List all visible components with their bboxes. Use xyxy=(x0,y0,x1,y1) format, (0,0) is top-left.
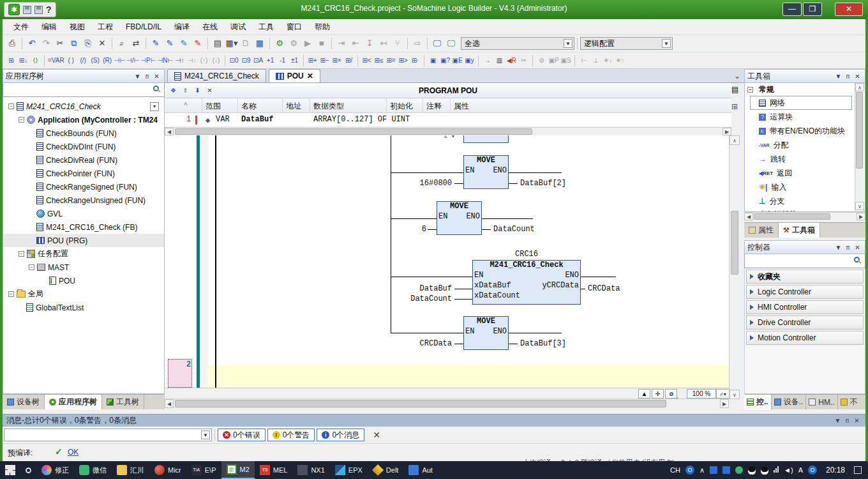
toolbox-item-return[interactable]: ◀RET 返回 xyxy=(745,166,865,180)
step-over-icon[interactable]: ⇥ xyxy=(335,37,348,50)
tray-app-icon[interactable] xyxy=(722,466,730,474)
rising-edge-contact-icon[interactable]: ⊣↑ xyxy=(174,54,185,67)
negate-icon[interactable]: ⊘ xyxy=(536,54,547,67)
input-assistant-icon[interactable]: ▤ xyxy=(211,37,224,50)
sub-block-icon[interactable]: ⊞− xyxy=(319,54,330,67)
tab-hmi[interactable]: HM.. xyxy=(806,395,837,409)
close-icon[interactable]: ✕ xyxy=(853,244,862,251)
build-icon[interactable]: ▦ xyxy=(253,37,266,50)
move2-output-operand[interactable]: DataCount xyxy=(493,225,535,234)
menu-help[interactable]: 帮助 xyxy=(309,20,336,34)
edge-coil2-icon[interactable]: (↓) xyxy=(211,54,221,67)
toolbox-item-network[interactable]: 网络 xyxy=(750,96,852,110)
close-icon[interactable]: ✕ xyxy=(852,417,862,424)
taskbar-epx[interactable]: EPX xyxy=(330,461,368,479)
insert-network-below-icon[interactable]: ⊞↓ xyxy=(18,54,29,67)
taskbar-aut[interactable]: Aut xyxy=(403,461,438,479)
close-icon[interactable]: ✕ xyxy=(853,73,862,80)
tray-expand-chevron-icon[interactable]: ∧ xyxy=(700,466,705,475)
scroll-down-icon[interactable]: ∨ xyxy=(855,202,864,210)
chevron-down-icon[interactable]: ▼ xyxy=(834,244,843,251)
splitter-up-icon[interactable]: ▲ xyxy=(443,135,448,139)
magnifier-icon[interactable] xyxy=(665,389,677,399)
counter-block-icon[interactable]: ⊡9 xyxy=(241,54,251,67)
scroll-left-icon[interactable]: ◀ xyxy=(744,213,753,220)
toolbox-item-jump[interactable]: → 跳转 xyxy=(745,152,865,166)
pm1-block-icon[interactable]: ±1 xyxy=(289,54,300,67)
monitor-config-icon[interactable]: 🖵 xyxy=(445,37,458,50)
menu-fbd-ld-il[interactable]: FBD/LD/IL xyxy=(120,20,167,33)
logout-icon[interactable]: ⚙ xyxy=(287,37,300,50)
tray-qq-icon[interactable] xyxy=(761,466,768,475)
tab-misc[interactable]: 不 xyxy=(838,395,860,409)
restore-button[interactable]: ❐ xyxy=(803,3,822,16)
pan-icon[interactable]: ✛ xyxy=(652,389,664,399)
copy-icon[interactable]: ⧉ xyxy=(68,37,80,50)
delete-variable-icon[interactable]: ✕ xyxy=(204,84,215,97)
grid-dropdown-icon[interactable]: ▦▾ xyxy=(225,37,238,50)
coil-icon[interactable]: ( ) xyxy=(66,54,77,67)
start-button[interactable] xyxy=(0,461,20,479)
toolbox-item-box-en-eno[interactable]: E 带有EN/ENO的功能块 xyxy=(745,124,865,138)
close-tab-icon[interactable]: ✕ xyxy=(307,72,313,80)
toolbox-vscrollbar[interactable]: ∧ ∨ xyxy=(855,83,864,211)
tree-item-checkdivdint[interactable]: CheckDivDInt (FUN) xyxy=(3,140,164,153)
tree-item-project-root[interactable]: − M241_CRC16_Check ▾ xyxy=(3,100,164,113)
tree-item-globaltextlist[interactable]: GlobalTextList xyxy=(3,301,164,314)
fbd-editor-canvas[interactable]: 2 ▲ ▼ MOVE EN ENO 16#0800 DataBuf[2] MOV… xyxy=(165,135,729,388)
branch-down-icon[interactable]: ⊥ xyxy=(590,54,601,67)
messages-filter-button[interactable]: i 0个消息 xyxy=(317,429,364,441)
branch-icon[interactable]: ⊢ xyxy=(578,54,589,67)
menu-tools[interactable]: 工具 xyxy=(253,20,280,34)
message-filter-combo[interactable]: ▼ xyxy=(4,429,212,441)
step-into-icon[interactable]: ⇤ xyxy=(349,37,362,50)
tray-app-icon[interactable]: O xyxy=(808,466,817,475)
root-dropdown-icon[interactable]: ▾ xyxy=(150,102,159,111)
menu-file[interactable]: 文件 xyxy=(8,20,34,34)
jump-icon[interactable]: → xyxy=(482,54,493,67)
scroll-right-icon[interactable]: ▶ xyxy=(722,128,731,135)
move-block-1[interactable]: MOVE EN ENO xyxy=(463,155,509,189)
collapse-icon[interactable]: − xyxy=(19,251,24,257)
close-icon[interactable]: ✕ xyxy=(152,73,161,80)
tree-item-application[interactable]: − Application (MyController : TM24 xyxy=(3,113,164,126)
move1-output-operand[interactable]: DataBuf[2] xyxy=(520,179,566,188)
minimize-button[interactable]: — xyxy=(782,3,802,16)
tab-overflow-chevron-icon[interactable]: ⌄ xyxy=(734,72,740,80)
find-icon[interactable]: ⌕ xyxy=(116,37,128,50)
toolbox-item-input[interactable]: ✳| 输入 xyxy=(745,180,865,194)
declaration-grid-icon[interactable]: ⊞ xyxy=(731,102,738,111)
clear-messages-icon[interactable]: ✕ xyxy=(370,429,383,441)
collapse-icon[interactable]: − xyxy=(29,264,34,270)
cutoff-icon[interactable]: ✂ xyxy=(518,54,529,67)
menu-edit[interactable]: 编辑 xyxy=(36,20,63,34)
chevron-down-icon[interactable]: ▼ xyxy=(662,39,671,48)
scroll-left-icon[interactable]: ◀ xyxy=(165,128,174,135)
return-icon[interactable]: ◀R xyxy=(506,54,517,67)
taskbar-nx1[interactable]: NX1 xyxy=(292,461,329,479)
stop-icon[interactable]: ■ xyxy=(315,37,328,50)
edge-coil-icon[interactable]: (↑) xyxy=(198,54,209,67)
scroll-up-icon[interactable]: ∧ xyxy=(855,83,864,91)
select-cursor-icon[interactable]: ▲ xyxy=(638,389,650,399)
configuration-combo[interactable]: 逻辑配置 ▼ xyxy=(580,37,673,50)
contact-icon[interactable]: ⊣⊢ xyxy=(114,54,125,67)
tab-controller[interactable]: 控.. xyxy=(744,395,772,409)
eq-block-icon[interactable]: ⊞= xyxy=(385,54,396,67)
lt-block-icon[interactable]: ⊞< xyxy=(361,54,372,67)
toolbox-item-box[interactable]: ? 运算块 xyxy=(745,110,865,124)
editor-hscrollbar[interactable]: ◀ ▶ xyxy=(165,399,729,409)
editor-tab-pou[interactable]: POU ✕ xyxy=(269,69,320,82)
chevron-down-icon[interactable]: ▼ xyxy=(201,430,210,439)
monitor-icon[interactable]: 🖵 xyxy=(431,37,444,50)
insert-box-en-eno-icon[interactable]: ▣E xyxy=(452,54,463,67)
move3-output-operand[interactable]: DataBuf[3] xyxy=(520,339,566,348)
delete-icon[interactable]: ✕ xyxy=(96,37,108,50)
tree-item-pou-prg[interactable]: POU (PRG) xyxy=(3,234,164,247)
section-motion-controller[interactable]: Motion Controller xyxy=(746,331,864,345)
scroll-down-icon[interactable]: ∨ xyxy=(730,390,740,399)
pin-icon[interactable]: ᴨ xyxy=(843,244,853,251)
tray-wechat-icon[interactable] xyxy=(735,466,743,474)
move-down-icon[interactable]: ⬇ xyxy=(192,84,203,97)
declaration-row[interactable]: 1 ◆ VAR DataBuf ARRAY[0..127] OF UINT xyxy=(165,113,731,127)
